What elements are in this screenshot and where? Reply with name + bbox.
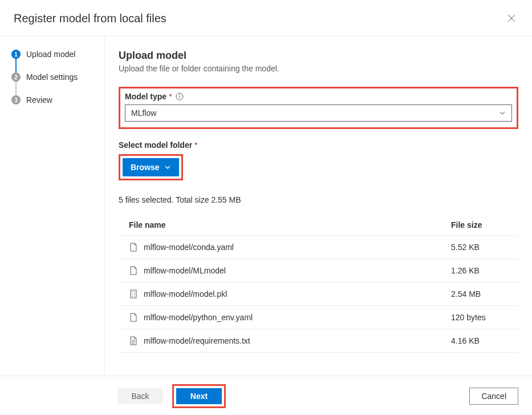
header-file-name: File name — [129, 220, 451, 229]
info-icon[interactable] — [176, 92, 184, 100]
close-button[interactable] — [505, 11, 518, 25]
files-status-text: 5 files selected. Total size 2.55 MB — [119, 195, 518, 204]
dialog-title: Register model from local files — [14, 12, 166, 25]
file-size: 120 bytes — [451, 313, 508, 322]
model-type-label-text: Model type — [125, 92, 166, 101]
dialog-footer: Back Next Cancel — [0, 376, 532, 415]
file-table: File name File size mlflow-model/conda.y… — [119, 215, 518, 353]
model-type-label: Model type * — [125, 92, 512, 101]
select-folder-label: Select model folder * — [119, 140, 518, 150]
wizard-steps-sidebar: 1 Upload model 2 Model settings 3 Review — [0, 36, 105, 376]
dialog-body: 1 Upload model 2 Model settings 3 Review… — [0, 36, 532, 376]
browse-highlight: Browse — [119, 154, 183, 180]
step-number-badge: 1 — [11, 50, 21, 59]
file-size: 5.52 KB — [451, 243, 508, 252]
table-header: File name File size — [119, 215, 518, 236]
table-row: mlflow-model/requirements.txt 4.16 KB — [119, 329, 518, 353]
svg-point-4 — [179, 95, 180, 95]
file-name: mlflow-model/model.pkl — [144, 289, 227, 299]
table-row: mlflow-model/conda.yaml 5.52 KB — [119, 236, 518, 259]
step-connector — [15, 82, 17, 95]
required-asterisk: * — [194, 140, 197, 150]
cancel-button[interactable]: Cancel — [469, 388, 518, 405]
file-size: 1.26 KB — [451, 266, 508, 275]
page-title: Upload model — [119, 50, 518, 62]
document-icon — [129, 266, 138, 275]
browse-button-label: Browse — [131, 163, 160, 172]
table-row: mlflow-model/model.pkl 2.54 MB — [119, 283, 518, 306]
model-type-highlight: Model type * MLflow — [119, 87, 518, 129]
document-icon — [129, 243, 138, 252]
text-file-icon — [129, 336, 138, 345]
svg-rect-5 — [131, 290, 136, 298]
file-name: mlflow-model/conda.yaml — [144, 243, 234, 252]
page-subtitle: Upload the file or folder containing the… — [119, 64, 518, 73]
step-review[interactable]: 3 Review — [11, 95, 104, 104]
step-label: Upload model — [26, 50, 75, 59]
table-row: mlflow-model/python_env.yaml 120 bytes — [119, 306, 518, 329]
next-button[interactable]: Next — [176, 388, 222, 404]
model-type-dropdown[interactable]: MLflow — [125, 104, 512, 122]
next-highlight: Next — [172, 384, 226, 408]
dialog-header: Register model from local files — [0, 0, 532, 36]
chevron-down-icon — [499, 110, 506, 116]
model-type-value: MLflow — [131, 108, 156, 118]
footer-left-buttons: Back Next — [117, 384, 226, 408]
file-name: mlflow-model/requirements.txt — [144, 336, 250, 345]
close-icon — [507, 14, 515, 22]
chevron-down-icon — [164, 164, 171, 171]
binary-file-icon — [129, 289, 138, 299]
file-size: 4.16 KB — [451, 336, 508, 345]
select-folder-label-text: Select model folder — [119, 140, 192, 150]
document-icon — [129, 313, 138, 322]
file-size: 2.54 MB — [451, 289, 508, 299]
table-row: mlflow-model/MLmodel 1.26 KB — [119, 259, 518, 283]
step-label: Model settings — [26, 72, 78, 82]
step-model-settings[interactable]: 2 Model settings — [11, 72, 104, 82]
file-name: mlflow-model/python_env.yaml — [144, 313, 253, 322]
step-number-badge: 3 — [11, 95, 21, 104]
required-asterisk: * — [169, 92, 172, 101]
browse-button[interactable]: Browse — [123, 158, 179, 176]
header-file-size: File size — [451, 220, 508, 229]
main-content: Upload model Upload the file or folder c… — [105, 36, 532, 376]
step-connector — [15, 59, 17, 72]
back-button[interactable]: Back — [117, 388, 163, 404]
step-number-badge: 2 — [11, 72, 21, 82]
step-label: Review — [26, 95, 52, 104]
file-name: mlflow-model/MLmodel — [144, 266, 226, 275]
step-upload-model[interactable]: 1 Upload model — [11, 50, 104, 59]
